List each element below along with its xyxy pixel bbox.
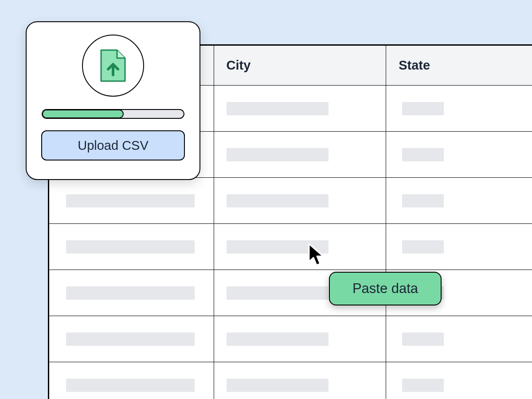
cell-placeholder (227, 148, 329, 161)
cell-placeholder (227, 240, 329, 254)
column-header-state[interactable]: State (386, 46, 532, 86)
cell-placeholder (227, 379, 329, 392)
cell-placeholder (66, 194, 195, 207)
paste-data-button[interactable]: Paste data (329, 272, 442, 305)
column-header-city[interactable]: City (214, 46, 386, 86)
cell-placeholder (402, 379, 444, 392)
cell-placeholder (227, 102, 329, 115)
cell-placeholder (227, 286, 329, 300)
upload-progress-fill (42, 110, 124, 118)
cell-placeholder (227, 332, 329, 346)
table-row[interactable] (49, 316, 532, 362)
table-row[interactable] (49, 362, 532, 399)
cell-placeholder (402, 102, 444, 115)
cell-placeholder (402, 148, 444, 161)
cell-placeholder (66, 240, 195, 254)
cell-placeholder (66, 332, 195, 346)
cell-placeholder (402, 194, 444, 207)
cell-placeholder (402, 332, 444, 346)
upload-csv-card: Upload CSV (26, 21, 200, 180)
cell-placeholder (402, 240, 444, 254)
table-row[interactable] (49, 178, 532, 224)
cell-placeholder (66, 379, 195, 392)
upload-progress-bar (42, 109, 184, 119)
cell-placeholder (66, 286, 195, 300)
table-row[interactable] (49, 224, 532, 270)
file-upload-icon (82, 35, 144, 97)
cell-placeholder (227, 194, 329, 207)
upload-csv-button[interactable]: Upload CSV (41, 130, 185, 160)
table-row[interactable] (49, 270, 532, 316)
